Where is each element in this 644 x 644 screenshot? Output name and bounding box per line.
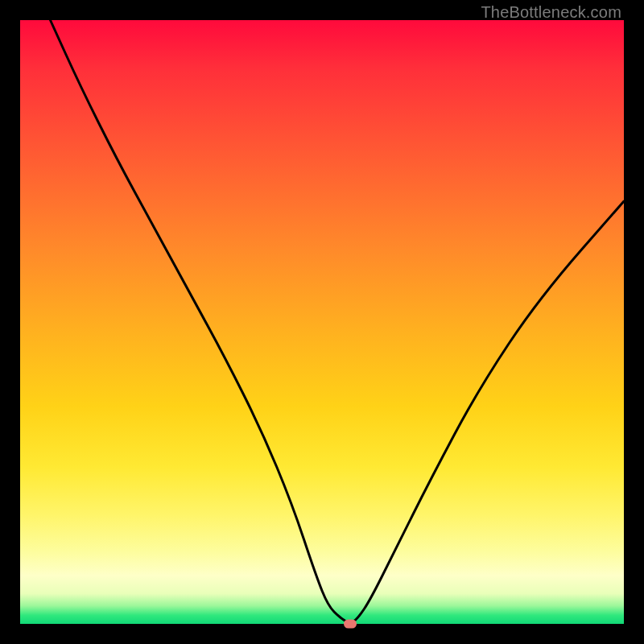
optimum-marker [344,620,357,629]
chart-frame: TheBottleneck.com [0,0,644,644]
chart-plot-area [20,20,624,624]
attribution-text: TheBottleneck.com [481,3,621,22]
bottleneck-curve [20,20,624,624]
